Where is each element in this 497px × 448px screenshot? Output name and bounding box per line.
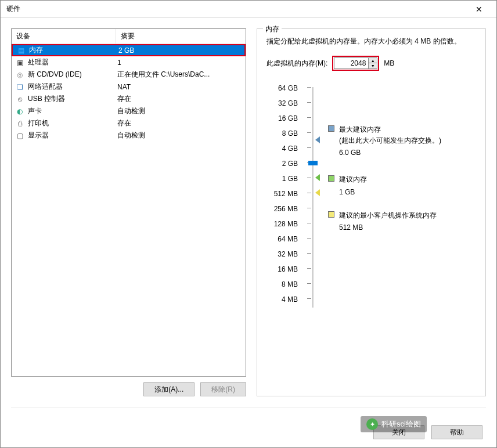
device-summary: 自动检测 [116,131,246,140]
slider-tick-label: 256 MB [266,205,298,221]
slider-labels: 64 GB32 GB16 GB8 GB4 GB2 GB1 GB512 MB256… [266,85,298,311]
device-summary: 2 GB [117,46,244,55]
spinner-up-icon[interactable]: ▲ [369,58,377,63]
device-name: 声卡 [28,106,42,116]
marker-max-icon [315,136,320,143]
slider-tick-label: 8 MB [266,281,298,296]
device-name: USB 控制器 [28,94,65,104]
memory-description: 指定分配给此虚拟机的内存量。内存大小必须为 4 MB 的倍数。 [266,36,476,46]
device-name: 处理器 [28,57,49,67]
device-summary: 正在使用文件 C:\Users\DaC... [116,70,246,80]
device-summary: 自动检测 [116,106,246,116]
memory-icon: ▤ [16,46,26,55]
device-row[interactable]: ❏网络适配器NAT [12,81,246,93]
watermark: ✦ 科研sci绘图 [361,416,427,432]
network-icon: ❏ [15,82,24,92]
device-row[interactable]: ⎋USB 控制器存在 [12,93,246,105]
device-row[interactable]: ▢显示器自动检测 [12,129,246,142]
sound-icon: ◐ [15,107,24,116]
remove-button: 移除(R) [200,382,246,396]
legend-max-title: 最大建议内存 [339,125,381,133]
slider-tick-label: 512 MB [266,190,298,205]
slider-tick-label: 16 MB [266,266,298,281]
slider-tick-label: 2 GB [266,160,298,175]
help-button[interactable]: 帮助 [431,425,482,439]
window-title: 硬件 [6,4,467,14]
device-list: 设备 摘要 ▤内存2 GB▣处理器1◎新 CD/DVD (IDE)正在使用文件 … [11,28,246,377]
legend-rec-value: 1 GB [339,188,476,196]
usb-icon: ⎋ [15,95,24,104]
device-name: 网络适配器 [28,82,63,92]
device-summary: 存在 [116,118,246,128]
slider-tick-label: 4 MB [266,296,298,311]
device-row[interactable]: ▣处理器1 [12,56,246,68]
watermark-text: 科研sci绘图 [381,419,421,429]
device-summary: NAT [116,83,246,91]
device-name: 内存 [29,45,43,55]
device-name: 新 CD/DVD (IDE) [28,70,82,80]
legend-max-note: (超出此大小可能发生内存交换。) [339,136,441,144]
titlebar: 硬件 ✕ [1,1,496,18]
device-row[interactable]: ⎙打印机存在 [12,117,246,129]
legend-swatch-max [328,125,334,132]
memory-panel-title: 内存 [263,24,282,34]
slider-tick-label: 1 GB [266,175,298,190]
wechat-icon: ✦ [366,418,378,430]
spinner-down-icon[interactable]: ▼ [369,63,377,68]
printer-icon: ⎙ [15,119,24,128]
slider-thumb[interactable] [308,161,318,165]
device-row[interactable]: ◐声卡自动检测 [12,105,246,117]
marker-rec-icon [315,174,320,181]
slider-tick-label: 8 GB [266,130,298,145]
legend-max-value: 6.0 GB [339,149,476,157]
header-device[interactable]: 设备 [12,29,116,44]
device-list-header: 设备 摘要 [12,29,246,44]
cd-icon: ◎ [15,70,24,80]
close-icon[interactable]: ✕ [467,5,491,14]
memory-panel: 内存 指定分配给此虚拟机的内存量。内存大小必须为 4 MB 的倍数。 此虚拟机的… [257,28,486,396]
memory-input[interactable] [334,57,369,69]
device-summary: 存在 [116,94,246,104]
legend-min-value: 512 MB [339,223,476,232]
memory-input-label: 此虚拟机的内存(M): [266,59,327,68]
slider-tick-label: 64 MB [266,236,298,251]
slider-tick-label: 16 GB [266,115,298,130]
slider-tick-label: 128 MB [266,221,298,236]
slider-tick-label: 4 GB [266,145,298,160]
legend-swatch-min [328,211,334,218]
device-row[interactable]: ▤内存2 GB [12,44,246,56]
header-summary[interactable]: 摘要 [116,29,246,44]
memory-unit: MB [384,59,394,67]
slider-tick-label: 32 MB [266,251,298,266]
marker-min-icon [315,189,320,196]
cpu-icon: ▣ [15,58,24,67]
device-summary: 1 [116,59,246,67]
memory-slider[interactable] [305,85,321,311]
display-icon: ▢ [15,131,24,140]
legend-rec-title: 建议内存 [339,174,367,185]
legend-swatch-rec [328,175,334,182]
device-name: 打印机 [28,118,49,128]
legend-min-title: 建议的最小客户机操作系统内存 [339,210,437,221]
device-row[interactable]: ◎新 CD/DVD (IDE)正在使用文件 C:\Users\DaC... [12,68,246,81]
device-name: 显示器 [28,131,49,140]
add-button[interactable]: 添加(A)... [143,382,195,396]
slider-tick-label: 32 GB [266,100,298,115]
slider-tick-label: 64 GB [266,85,298,100]
spinner-buttons[interactable]: ▲ ▼ [369,57,377,69]
